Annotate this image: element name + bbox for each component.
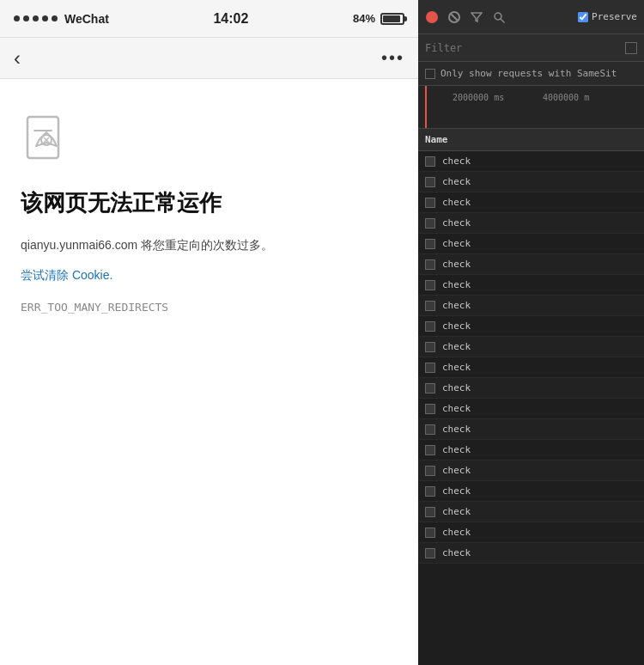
request-checkbox[interactable] [425,445,435,455]
request-row[interactable]: check [418,399,644,419]
request-row[interactable]: check [418,172,644,192]
request-checkbox[interactable] [425,363,435,373]
request-name: check [442,506,471,517]
request-checkbox[interactable] [425,528,435,538]
battery-icon [380,13,404,25]
request-checkbox[interactable] [425,280,435,290]
request-row[interactable]: check [418,296,644,316]
request-row[interactable]: check [418,151,644,172]
request-name: check [442,424,471,435]
error-link-anchor[interactable]: 尝试清除 Cookie. [21,268,112,282]
request-checkbox[interactable] [425,424,435,435]
request-row[interactable]: check [418,543,644,564]
preserve-log-label: Preserve [592,11,637,22]
mobile-panel: WeChat 14:02 84% ‹ ••• 该网页无法正常运作 qianyu.… [0,0,418,665]
request-name: check [442,238,471,249]
preserve-log-checkbox[interactable] [578,12,588,22]
request-name: check [442,197,471,208]
preserve-log-wrap: Preserve [578,11,637,22]
error-code: ERR_TOO_MANY_REDIRECTS [21,301,398,314]
error-title: 该网页无法正常运作 [21,189,398,218]
request-checkbox[interactable] [425,218,435,229]
carrier-label: WeChat [64,12,109,26]
request-row[interactable]: check [418,461,644,481]
request-checkbox[interactable] [425,548,435,558]
request-row[interactable]: check [418,502,644,522]
samesite-row: Only show requests with SameSit [418,62,644,86]
more-button[interactable]: ••• [381,48,404,68]
request-row[interactable]: check [418,440,644,461]
filter-checkbox[interactable] [625,42,637,54]
request-checkbox[interactable] [425,198,435,208]
status-time: 14:02 [213,11,248,27]
request-name: check [442,320,471,332]
request-checkbox[interactable] [425,383,435,394]
request-checkbox[interactable] [425,507,435,517]
signal-dot-3 [33,15,39,21]
status-left: WeChat [14,12,109,26]
timeline-label-2: 4000000 m [543,93,589,102]
request-name: check [442,527,471,538]
request-checkbox[interactable] [425,404,435,414]
request-row[interactable]: check [418,192,644,213]
request-name: check [442,382,471,394]
timeline-bar: 2000000 ms 4000000 m [418,86,644,129]
signal-dot-1 [14,15,20,21]
request-row[interactable]: check [418,481,644,502]
request-name: check [442,279,471,290]
devtools-panel: Preserve Only show requests with SameSit… [418,0,644,665]
filter-button[interactable] [470,10,483,24]
request-row[interactable]: check [418,254,644,275]
clear-button[interactable] [447,10,461,24]
request-checkbox[interactable] [425,342,435,352]
battery-fill [383,15,400,22]
request-name: check [442,485,471,497]
request-name: check [442,259,471,270]
request-checkbox[interactable] [425,156,435,167]
request-checkbox[interactable] [425,259,435,270]
request-checkbox[interactable] [425,177,435,187]
error-desc: qianyu.yunmai66.com 将您重定向的次数过多。 [21,235,398,254]
request-row[interactable]: check [418,522,644,543]
request-name: check [442,176,471,187]
request-checkbox[interactable] [425,239,435,249]
filter-input[interactable] [425,42,618,54]
request-row[interactable]: check [418,378,644,399]
request-row[interactable]: check [418,234,644,254]
search-icon [493,11,505,23]
request-row[interactable]: check [418,316,644,337]
error-icon [21,113,72,165]
signal-dot-4 [42,15,48,21]
samesite-checkbox[interactable] [425,69,435,79]
devtools-toolbar: Preserve [418,0,644,34]
svg-line-6 [501,19,504,22]
request-name: check [442,300,471,311]
request-row[interactable]: check [418,275,644,296]
error-link[interactable]: 尝试清除 Cookie. [21,268,398,284]
request-row[interactable]: check [418,419,644,440]
filter-bar [418,34,644,62]
request-row[interactable]: check [418,357,644,378]
page-content: 该网页无法正常运作 qianyu.yunmai66.com 将您重定向的次数过多… [0,79,418,665]
request-name: check [442,156,471,167]
request-name: check [442,547,471,558]
request-checkbox[interactable] [425,301,435,311]
signal-dot-5 [52,15,58,21]
search-button[interactable] [492,10,506,24]
request-checkbox[interactable] [425,321,435,332]
request-checkbox[interactable] [425,486,435,497]
record-button[interactable] [425,10,439,24]
red-circle-icon [426,11,438,23]
status-right: 84% [353,12,404,25]
request-name: check [442,362,471,373]
col-name-header: Name [425,134,448,145]
request-row[interactable]: check [418,213,644,234]
back-button[interactable]: ‹ [14,48,21,69]
request-checkbox[interactable] [425,466,435,476]
timeline-label-1: 2000000 ms [453,93,504,102]
request-name: check [442,341,471,352]
filter-icon [471,11,483,23]
request-row[interactable]: check [418,337,644,357]
clear-icon [448,11,460,23]
requests-list: checkcheckcheckcheckcheckcheckcheckcheck… [418,151,644,665]
